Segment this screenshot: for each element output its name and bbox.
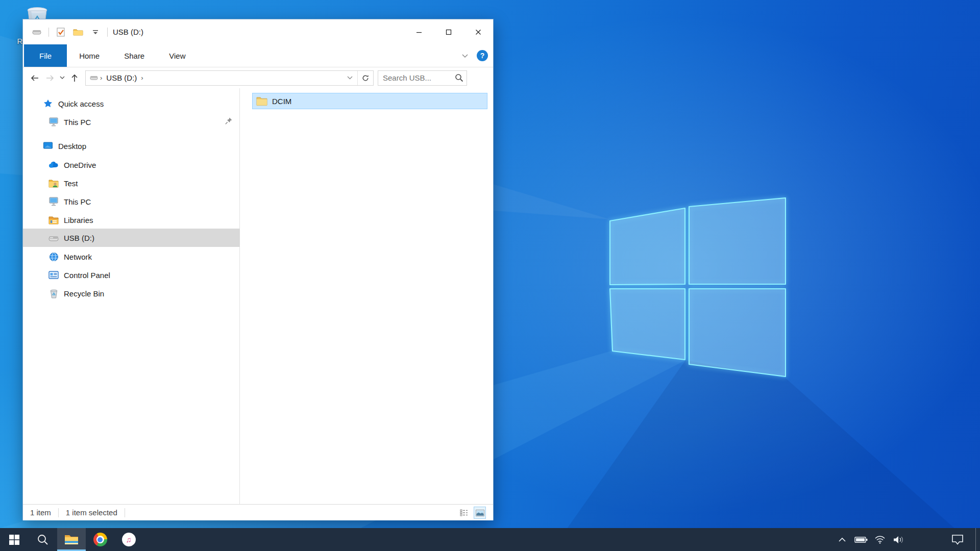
quick-access-star-icon [43,98,53,109]
sidebar-item-onedrive[interactable]: OneDrive [23,156,240,174]
file-list-pane[interactable]: DCIM [240,88,493,504]
search-icon[interactable] [455,73,463,84]
caption-buttons [404,19,493,44]
sidebar-item-test[interactable]: Test [23,174,240,192]
sidebar-item-label: This PC [64,197,91,206]
start-button[interactable] [0,528,29,551]
tab-view[interactable]: View [157,44,198,67]
sidebar-item-label: Desktop [58,142,86,151]
tab-file[interactable]: File [24,44,67,67]
screen: Recycle Bin USB (D:) [0,0,980,551]
forward-button[interactable] [42,70,58,86]
sidebar-item-label: Quick access [58,99,104,108]
taskbar-chrome-button[interactable] [86,528,114,551]
tray-wifi-button[interactable] [872,528,888,551]
recycle-bin-icon [48,288,59,298]
window-content: Quick access This PC Desktop [23,88,493,504]
taskbar-search-button[interactable] [29,528,57,551]
sidebar-item-label: USB (D:) [64,234,94,242]
details-view-button[interactable] [458,507,470,518]
ribbon-controls: ? [461,44,488,67]
minimize-button[interactable] [404,19,434,44]
back-button[interactable] [27,70,42,86]
breadcrumb-chevron-icon[interactable]: › [139,74,145,82]
search-magnifier-icon [37,534,49,546]
tray-volume-button[interactable] [890,528,908,551]
toolbar-separator [107,28,108,37]
sidebar-item-label: Network [64,253,92,261]
usb-drive-icon [48,233,59,243]
sidebar-item-network[interactable]: Network [23,247,240,266]
tray-battery-button[interactable] [852,528,870,551]
control-panel-icon [48,270,59,280]
sidebar-item-this-pc-pinned[interactable]: This PC [23,113,240,131]
title-bar[interactable]: USB (D:) [23,19,493,44]
sidebar-item-quick-access[interactable]: Quick access [23,94,240,113]
properties-button[interactable] [55,27,66,38]
ribbon-tab-row: File Home Share View [23,44,493,67]
search-input[interactable] [378,70,467,86]
navigation-bar: › USB (D:) › [23,67,493,88]
sidebar-item-recycle-bin[interactable]: Recycle Bin [23,284,240,303]
large-icons-view-button[interactable] [474,507,486,519]
sidebar-item-libraries[interactable]: Libraries [23,211,240,229]
pin-icon [225,117,233,127]
taskbar: ♫ [0,528,980,551]
address-dropdown-chevron[interactable] [342,71,357,85]
help-button[interactable]: ? [477,50,488,61]
network-globe-icon [48,252,59,262]
desktop-monitor-icon [43,141,53,151]
sidebar-item-this-pc[interactable]: This PC [23,192,240,211]
address-drive-icon [90,75,98,81]
chrome-browser-icon [93,533,107,546]
chevron-up-icon [838,537,846,542]
onedrive-cloud-icon [48,160,59,170]
this-pc-monitor-icon [48,117,59,127]
sidebar-item-usb-d[interactable]: USB (D:) [23,229,240,247]
tab-share[interactable]: Share [112,44,157,67]
toolbar-separator [48,28,49,37]
window-title: USB (D:) [113,28,143,36]
new-folder-button[interactable] [72,27,84,38]
sidebar-item-label: Control Panel [64,271,110,280]
close-button[interactable] [463,19,493,44]
action-center-icon [951,534,964,545]
system-menu-drive-icon[interactable] [31,27,42,38]
sidebar-item-label: Libraries [64,216,93,224]
refresh-button[interactable] [357,71,373,85]
up-button[interactable] [67,70,82,86]
sidebar-item-label: This PC [64,118,91,127]
address-bar[interactable]: › USB (D:) › [85,70,374,86]
this-pc-monitor-icon [48,196,59,207]
quick-access-toolbar [23,27,108,38]
taskbar-music-button[interactable]: ♫ [114,528,143,551]
battery-icon [854,536,868,543]
breadcrumb-chevron-icon[interactable]: › [98,74,104,82]
status-bar: 1 item 1 item selected [23,504,493,520]
sidebar-item-label: Test [64,179,78,188]
sidebar-item-desktop[interactable]: Desktop [23,137,240,155]
start-windows-icon [9,535,19,545]
customize-toolbar-arrow[interactable] [90,27,101,38]
recent-locations-chevron[interactable] [58,70,67,86]
view-toggles [458,505,486,521]
windows-logo [609,197,786,377]
sidebar-item-control-panel[interactable]: Control Panel [23,266,240,284]
status-divider [125,508,125,517]
ribbon-expand-chevron-icon[interactable] [461,51,469,60]
tab-home[interactable]: Home [67,44,112,67]
taskbar-file-explorer-button[interactable] [57,528,86,551]
selection-count: 1 item selected [59,508,125,517]
tray-hidden-icons-button[interactable] [835,528,849,551]
libraries-folder-icon [48,215,59,225]
file-item-dcim[interactable]: DCIM [252,93,487,109]
volume-icon [893,535,905,544]
folder-icon [256,96,268,106]
file-name: DCIM [272,97,291,106]
breadcrumb-segment[interactable]: USB (D:) [104,73,139,82]
wifi-icon [874,535,886,544]
action-center-button[interactable] [947,528,968,551]
maximize-button[interactable] [434,19,463,44]
show-desktop-button[interactable] [975,528,976,551]
sidebar-item-label: Recycle Bin [64,289,104,298]
